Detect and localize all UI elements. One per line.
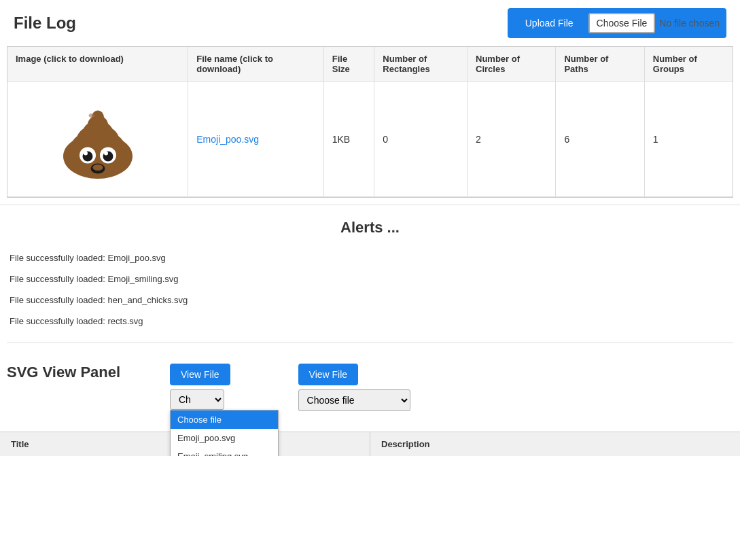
poo-image[interactable] (47, 87, 149, 189)
col-groups: Number ofGroups (644, 47, 733, 82)
svg-point-14 (92, 164, 103, 171)
col-rectangles: Number ofRectangles (374, 47, 468, 82)
svg-panel-header: SVG View Panel View File Ch Emoji_poo.sv… (7, 364, 733, 411)
left-dropdown-wrapper: Ch Emoji_poo.svg Emoji_smiling.svg hen_a… (170, 389, 224, 410)
image-cell[interactable] (7, 82, 188, 197)
svg-point-12 (104, 152, 108, 156)
col-filename: File name (click todownload) (188, 47, 324, 82)
bottom-col-description: Description (370, 432, 740, 456)
alert-item-1: File successfully loaded: Emoji_poo.svg (7, 247, 733, 268)
upload-file-button[interactable]: Upload File (514, 12, 584, 34)
alert-item-4: File successfully loaded: rects.svg (7, 311, 733, 332)
file-log-table: Image (click to download) File name (cli… (7, 47, 733, 197)
paths-cell: 6 (556, 82, 644, 197)
svg-left-selector: View File Ch Emoji_poo.svg Emoji_smiling… (170, 364, 230, 410)
upload-controls: Upload File Choose File No file chosen (508, 8, 726, 38)
svg-right-selector: View File Choose file Emoji_poo.svg Emoj… (298, 364, 410, 411)
alerts-list: File successfully loaded: Emoji_poo.svg … (7, 247, 733, 343)
groups-cell: 1 (644, 82, 733, 197)
alert-item-3: File successfully loaded: hen_and_chicks… (7, 290, 733, 311)
svg-point-6 (88, 113, 94, 118)
svg-left-controls: SVG View Panel (7, 364, 156, 388)
table-row: Emoji_poo.svg 1KB 0 2 6 1 (7, 82, 733, 197)
alerts-section: Alerts ... File successfully loaded: Emo… (0, 205, 740, 350)
file-log-table-container: Image (click to download) File name (cli… (7, 46, 733, 198)
filename-cell[interactable]: Emoji_poo.svg (188, 82, 324, 197)
choose-file-label[interactable]: Choose File (588, 13, 656, 33)
right-file-select[interactable]: Choose file Emoji_poo.svg Emoji_smiling.… (298, 389, 410, 411)
alert-item-2: File successfully loaded: Emoji_smiling.… (7, 268, 733, 290)
dropdown-option-emoji-smiling[interactable]: Emoji_smiling.svg (171, 447, 278, 456)
svg-panel-title: SVG View Panel (7, 364, 156, 381)
alerts-title: Alerts ... (7, 219, 733, 237)
col-circles: Number ofCircles (468, 47, 556, 82)
table-header-row: Image (click to download) File name (cli… (7, 47, 733, 82)
svg-view-panel: SVG View Panel View File Ch Emoji_poo.sv… (0, 350, 740, 425)
col-paths: Number ofPaths (556, 47, 644, 82)
left-file-select[interactable]: Ch Emoji_poo.svg Emoji_smiling.svg hen_a… (170, 389, 224, 410)
svg-point-5 (92, 111, 104, 125)
col-filesize: FileSize (323, 47, 374, 82)
filesize-cell: 1KB (323, 82, 374, 197)
view-file-right-button[interactable]: View File (298, 364, 359, 385)
view-file-left-button[interactable]: View File (170, 364, 230, 385)
bottom-table-header: Title Description (0, 432, 740, 456)
circles-cell: 2 (468, 82, 556, 197)
dropdown-option-emoji-poo[interactable]: Emoji_poo.svg (171, 429, 278, 447)
col-image: Image (click to download) (7, 47, 188, 82)
header: File Log Upload File Choose File No file… (0, 0, 740, 46)
no-file-text: No file chosen (659, 18, 720, 29)
rectangles-cell: 0 (374, 82, 468, 197)
page-title: File Log (14, 14, 76, 33)
left-dropdown-open: Choose file Emoji_poo.svg Emoji_smiling.… (170, 410, 279, 456)
dropdown-option-choose[interactable]: Choose file (171, 410, 278, 429)
file-link[interactable]: Emoji_poo.svg (196, 134, 259, 145)
svg-point-11 (84, 152, 88, 156)
